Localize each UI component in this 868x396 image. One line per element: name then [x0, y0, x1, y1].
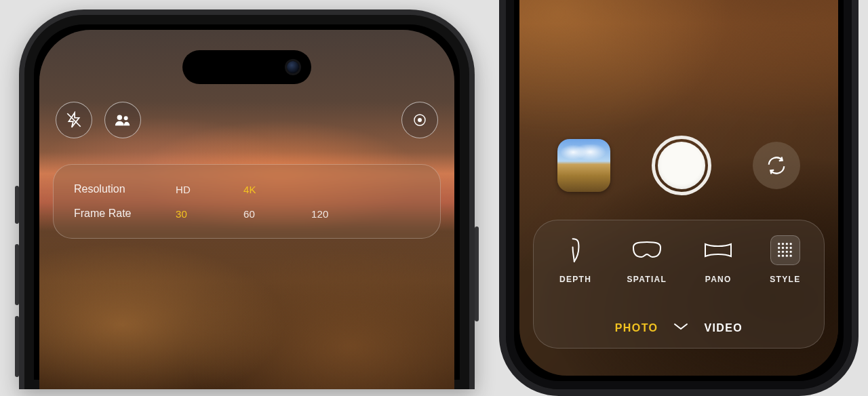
capture-mode-photo[interactable]: PHOTO [615, 322, 658, 334]
svg-point-16 [789, 251, 791, 253]
resolution-option-hd[interactable]: HD [176, 184, 243, 195]
pano-icon [700, 235, 736, 265]
resolution-option-4k[interactable]: 4K [243, 184, 311, 195]
side-button [475, 226, 479, 321]
shutter-inner [658, 142, 705, 189]
svg-point-12 [789, 247, 791, 249]
camera-viewfinder: DEPTH SPATIAL [519, 0, 838, 376]
style-icon [770, 235, 800, 265]
mode-label: STYLE [770, 275, 800, 284]
resolution-label: Resolution [74, 183, 176, 195]
mode-label: SPATIAL [627, 275, 667, 284]
svg-point-8 [789, 243, 791, 245]
video-settings-panel: Resolution HD 4K Frame Rate 30 60 120 [53, 164, 441, 239]
svg-point-14 [782, 251, 784, 253]
front-camera-icon [287, 61, 299, 73]
mode-spatial[interactable]: SPATIAL [627, 235, 667, 284]
flash-off-icon [65, 111, 83, 129]
phone-frame-right: DEPTH SPATIAL [499, 0, 865, 396]
svg-point-11 [786, 247, 788, 249]
gallery-thumbnail[interactable] [557, 139, 610, 192]
flash-toggle[interactable] [56, 102, 92, 138]
mode-panel: DEPTH SPATIAL [533, 220, 825, 349]
chevron-down-icon [673, 322, 689, 334]
svg-point-10 [782, 247, 784, 249]
svg-point-5 [778, 243, 780, 245]
spatial-icon [629, 235, 665, 265]
svg-point-9 [778, 247, 780, 249]
people-toggle[interactable] [104, 102, 141, 138]
depth-icon [557, 235, 594, 265]
people-icon [114, 113, 132, 127]
svg-point-19 [786, 255, 788, 257]
camera-flip-button[interactable] [753, 142, 800, 189]
svg-point-6 [782, 243, 784, 245]
target-icon [412, 112, 428, 128]
mode-style[interactable]: STYLE [770, 235, 800, 284]
svg-point-17 [778, 255, 780, 257]
svg-point-15 [786, 251, 788, 253]
camera-viewfinder: Resolution HD 4K Frame Rate 30 60 120 [39, 30, 454, 389]
svg-point-4 [418, 118, 422, 122]
svg-point-1 [117, 115, 122, 120]
svg-point-20 [789, 255, 791, 257]
capture-mode-video[interactable]: VIDEO [704, 322, 743, 334]
camera-flip-icon [766, 155, 787, 176]
shutter-button[interactable] [652, 136, 711, 195]
svg-point-2 [124, 116, 128, 120]
dynamic-island [182, 50, 311, 84]
framerate-label: Frame Rate [74, 207, 176, 220]
mode-label: PANO [705, 275, 732, 284]
framerate-option-60[interactable]: 60 [243, 208, 311, 220]
svg-point-13 [778, 251, 780, 253]
framerate-option-30[interactable]: 30 [176, 208, 243, 220]
mode-label: DEPTH [559, 275, 591, 284]
phone-frame-left: Resolution HD 4K Frame Rate 30 60 120 [19, 9, 475, 389]
framerate-option-120[interactable]: 120 [311, 208, 379, 220]
mode-depth[interactable]: DEPTH [557, 235, 594, 284]
svg-point-18 [782, 255, 784, 257]
filters-toggle[interactable] [401, 102, 438, 138]
svg-point-7 [786, 243, 788, 245]
mode-pano[interactable]: PANO [700, 235, 736, 284]
